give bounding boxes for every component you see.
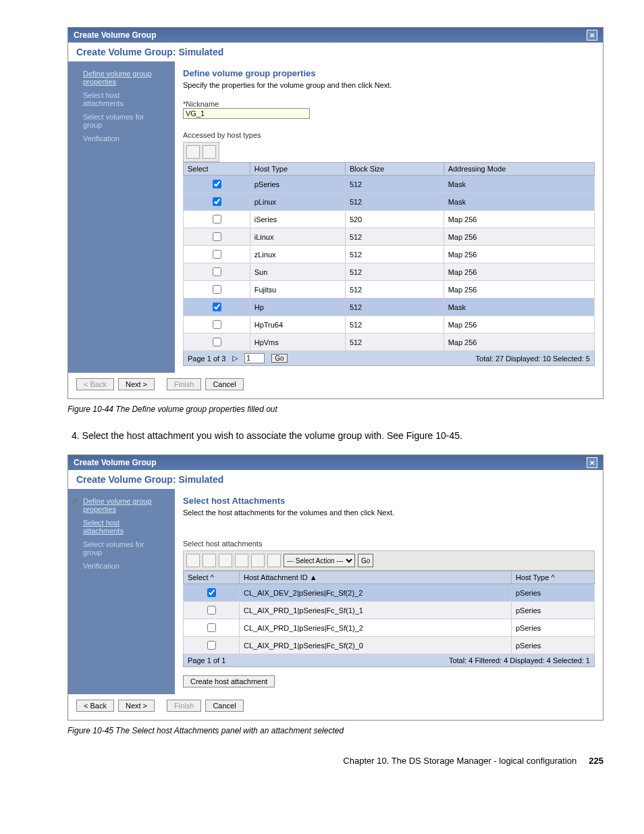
cell-block-size: 512 bbox=[345, 228, 444, 246]
col-select[interactable]: Select ^ bbox=[184, 571, 240, 584]
toolbar-icon[interactable] bbox=[267, 554, 281, 567]
next-button[interactable]: Next > bbox=[118, 700, 155, 712]
toolbar-icon[interactable] bbox=[219, 554, 232, 567]
pager-page-input[interactable] bbox=[244, 353, 265, 363]
col-host-type[interactable]: Host Type ^ bbox=[512, 571, 595, 584]
pager-next-icon[interactable]: ▷ bbox=[232, 354, 238, 363]
back-button[interactable]: < Back bbox=[76, 700, 114, 712]
cell-addressing-mode: Mask bbox=[444, 193, 594, 211]
col-block-size[interactable]: Block Size bbox=[345, 163, 444, 176]
table-row: HpVms512Map 256 bbox=[184, 334, 595, 351]
row-select-checkbox[interactable] bbox=[213, 285, 221, 294]
host-types-table: Select Host Type Block Size Addressing M… bbox=[183, 162, 595, 351]
nav-verification: Verification bbox=[71, 559, 165, 573]
toolbar-icon[interactable] bbox=[186, 554, 200, 567]
pager-stats: Total: 27 Displayed: 10 Selected: 5 bbox=[476, 355, 590, 363]
cell-host-type: Fujitsu bbox=[250, 281, 345, 298]
figure-10-45: Create Volume Group ✕ Create Volume Grou… bbox=[68, 454, 603, 721]
row-select-checkbox[interactable] bbox=[213, 250, 221, 259]
deselect-all-icon[interactable] bbox=[203, 145, 216, 159]
cell-block-size: 512 bbox=[345, 316, 444, 334]
dialog-title: Create Volume Group bbox=[74, 458, 156, 467]
cell-addressing-mode: Map 256 bbox=[444, 228, 594, 246]
nickname-input[interactable] bbox=[183, 108, 310, 119]
select-all-icon[interactable] bbox=[186, 145, 200, 159]
finish-button[interactable]: Finish bbox=[167, 700, 201, 712]
nav-define-volume-group[interactable]: Define volume group properties bbox=[71, 67, 165, 88]
col-addressing-mode[interactable]: Addressing Mode bbox=[444, 163, 594, 176]
cell-attachment-id: CL_AIX_PRD_1|pSeries|Fc_Sf(2)_0 bbox=[240, 637, 512, 654]
row-select-checkbox[interactable] bbox=[213, 267, 221, 276]
action-select[interactable]: --- Select Action --- bbox=[284, 554, 355, 567]
create-host-attachment-button[interactable]: Create host attachment bbox=[183, 675, 275, 687]
row-select-checkbox[interactable] bbox=[213, 232, 221, 241]
cell-host-type: zLinux bbox=[250, 246, 345, 263]
nav-select-volumes: Select volumes for group bbox=[71, 110, 165, 132]
host-types-label: Accessed by host types bbox=[183, 131, 595, 139]
row-select-checkbox[interactable] bbox=[213, 303, 221, 311]
row-select-checkbox[interactable] bbox=[213, 320, 221, 329]
row-select-checkbox[interactable] bbox=[213, 180, 221, 188]
cell-block-size: 512 bbox=[345, 298, 444, 316]
table-row: zLinux512Map 256 bbox=[184, 246, 595, 263]
nav-define-volume-group[interactable]: Define volume group properties bbox=[71, 494, 165, 516]
cell-block-size: 520 bbox=[345, 211, 444, 228]
nav-link[interactable]: Select host attachments bbox=[83, 519, 124, 535]
nav-select-host-attachments[interactable]: Select host attachments bbox=[71, 516, 165, 538]
section-description: Select the host attachments for the volu… bbox=[183, 509, 595, 517]
footer-page-number: 225 bbox=[589, 756, 603, 766]
close-icon[interactable]: ✕ bbox=[587, 30, 597, 41]
toolbar-icon[interactable] bbox=[235, 554, 248, 567]
finish-button[interactable]: Finish bbox=[167, 378, 201, 390]
wizard-nav: Define volume group properties Select ho… bbox=[68, 489, 175, 694]
cell-addressing-mode: Mask bbox=[444, 176, 594, 193]
table-row: iLinux512Map 256 bbox=[184, 228, 595, 246]
cell-addressing-mode: Map 256 bbox=[444, 281, 594, 298]
row-select-checkbox[interactable] bbox=[213, 338, 221, 346]
nav-select-volumes: Select volumes for group bbox=[71, 538, 165, 559]
row-select-checkbox[interactable] bbox=[207, 641, 216, 650]
table-row: Hp512Mask bbox=[184, 298, 595, 316]
dialog-title: Create Volume Group bbox=[74, 30, 156, 40]
cell-block-size: 512 bbox=[345, 334, 444, 351]
wizard-nav: Define volume group properties Select ho… bbox=[68, 61, 175, 373]
back-button[interactable]: < Back bbox=[76, 378, 114, 390]
col-select[interactable]: Select bbox=[184, 163, 250, 176]
cancel-button[interactable]: Cancel bbox=[205, 378, 243, 390]
nav-link[interactable]: Define volume group properties bbox=[83, 70, 152, 86]
row-select-checkbox[interactable] bbox=[207, 588, 216, 597]
table-pager: Page 1 of 1 Total: 4 Filtered: 4 Display… bbox=[183, 654, 595, 667]
table-row: Fujitsu512Map 256 bbox=[184, 281, 595, 298]
nav-verification: Verification bbox=[71, 132, 165, 145]
action-go-button[interactable]: Go bbox=[358, 554, 373, 567]
pager-page: Page 1 of 1 bbox=[188, 656, 225, 664]
cell-addressing-mode: Map 256 bbox=[444, 263, 594, 281]
cancel-button[interactable]: Cancel bbox=[205, 700, 243, 712]
panel-subtitle: Create Volume Group: Simulated bbox=[68, 470, 603, 489]
row-select-checkbox[interactable] bbox=[213, 197, 221, 206]
col-host-type[interactable]: Host Type bbox=[250, 163, 345, 176]
panel-subtitle: Create Volume Group: Simulated bbox=[68, 43, 603, 61]
table-row: pLinux512Mask bbox=[184, 193, 595, 211]
wizard-buttons: < Back Next > Finish Cancel bbox=[68, 373, 603, 398]
pager-stats: Total: 4 Filtered: 4 Displayed: 4 Select… bbox=[449, 656, 590, 664]
row-select-checkbox[interactable] bbox=[207, 623, 216, 632]
cell-addressing-mode: Map 256 bbox=[444, 316, 594, 334]
cell-host-type: iSeries bbox=[250, 211, 345, 228]
toolbar-icon[interactable] bbox=[203, 554, 216, 567]
row-select-checkbox[interactable] bbox=[207, 606, 216, 615]
cell-addressing-mode: Mask bbox=[444, 298, 594, 316]
pager-go-button[interactable]: Go bbox=[271, 354, 287, 363]
row-select-checkbox[interactable] bbox=[213, 215, 221, 224]
next-button[interactable]: Next > bbox=[118, 378, 155, 390]
nav-link[interactable]: Define volume group properties bbox=[83, 497, 152, 513]
close-icon[interactable]: ✕ bbox=[587, 457, 597, 468]
toolbar-icon[interactable] bbox=[251, 554, 265, 567]
figure-10-44: Create Volume Group ✕ Create Volume Grou… bbox=[68, 27, 603, 399]
cell-addressing-mode: Map 256 bbox=[444, 334, 594, 351]
dialog-titlebar: Create Volume Group ✕ bbox=[68, 455, 603, 470]
col-host-attachment-id[interactable]: Host Attachment ID ▲ bbox=[240, 571, 512, 584]
section-heading: Define volume group properties bbox=[183, 68, 595, 78]
nav-select-host-attachments: Select host attachments bbox=[71, 88, 165, 110]
cell-host-type: pSeries bbox=[512, 584, 595, 602]
